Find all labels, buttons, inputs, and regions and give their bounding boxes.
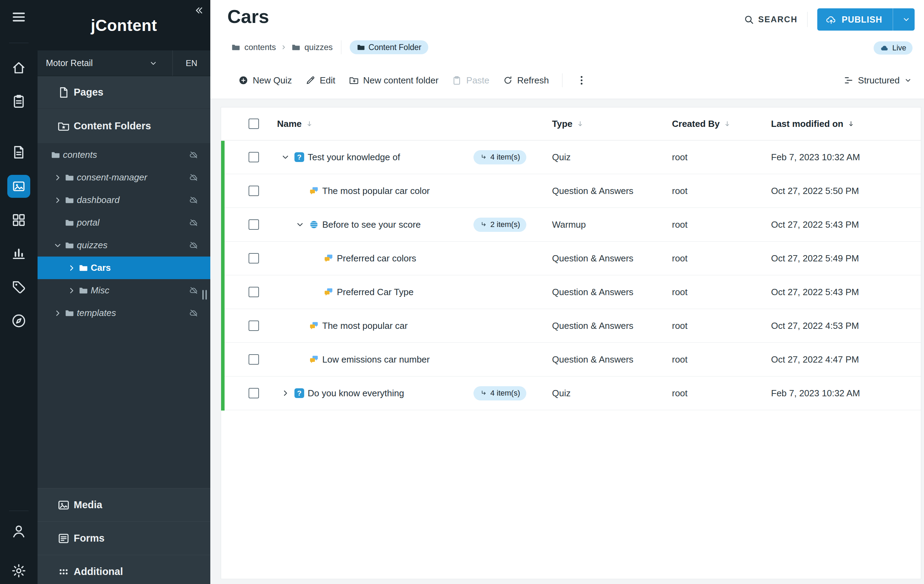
chevron-right-icon[interactable] bbox=[67, 263, 76, 273]
language-selector[interactable]: EN bbox=[172, 50, 210, 76]
more-actions-button[interactable] bbox=[576, 74, 587, 86]
table-row[interactable]: Low emissions car numberQuestion & Answe… bbox=[221, 343, 921, 376]
breadcrumb-item-contents[interactable]: contents bbox=[244, 43, 276, 52]
account-icon[interactable] bbox=[11, 523, 27, 539]
cloud-icon bbox=[880, 43, 889, 53]
column-header-last-modified[interactable]: Last modified on bbox=[771, 119, 921, 129]
table-row[interactable]: The most popular car colorQuestion & Ans… bbox=[221, 174, 921, 208]
settings-icon[interactable] bbox=[11, 563, 27, 579]
column-header-name[interactable]: Name bbox=[272, 119, 552, 129]
question-answers-icon bbox=[309, 321, 319, 331]
sort-arrow-icon bbox=[847, 120, 855, 128]
publish-button[interactable]: PUBLISH bbox=[817, 8, 915, 31]
tree-item-label: quizzes bbox=[77, 240, 107, 251]
collapse-row-icon[interactable] bbox=[280, 152, 290, 162]
header-divider bbox=[807, 12, 808, 27]
column-label: Last modified on bbox=[771, 119, 843, 129]
column-header-type[interactable]: Type bbox=[552, 119, 672, 129]
created-by-cell: root bbox=[672, 388, 771, 399]
sidebar-bottom-nav: Media Forms Additional bbox=[38, 488, 210, 584]
sidebar-item-forms[interactable]: Forms bbox=[38, 521, 210, 555]
tree-item-misc[interactable]: Misc bbox=[38, 279, 210, 302]
table-row[interactable]: Preferred Car TypeQuestion & Answersroot… bbox=[221, 276, 921, 309]
folder-icon bbox=[65, 195, 74, 205]
sidebar-item-content-folders[interactable]: Content Folders bbox=[38, 109, 210, 144]
subdirectory-arrow-icon bbox=[480, 153, 487, 161]
type-cell: Question & Answers bbox=[552, 354, 672, 365]
chevron-right-icon[interactable] bbox=[67, 286, 76, 295]
created-by-cell: root bbox=[672, 219, 771, 230]
content-name: Test your knowledge of bbox=[308, 152, 400, 163]
content-type-chip: Content Folder bbox=[350, 40, 428, 54]
search-button[interactable]: SEARCH bbox=[744, 14, 797, 25]
menu-icon[interactable] bbox=[11, 9, 27, 25]
created-by-cell: root bbox=[672, 320, 771, 331]
chevron-right-icon bbox=[280, 44, 287, 51]
sidebar-item-media[interactable]: Media bbox=[38, 488, 210, 521]
tree-item-portal[interactable]: portal bbox=[38, 211, 210, 234]
row-checkbox[interactable] bbox=[249, 287, 259, 297]
folder-icon bbox=[231, 43, 240, 52]
chevron-down-icon[interactable] bbox=[902, 15, 911, 24]
question-answers-icon bbox=[323, 287, 333, 297]
expand-row-icon[interactable] bbox=[280, 388, 290, 398]
edit-button[interactable]: Edit bbox=[305, 75, 335, 86]
page-title: Cars bbox=[227, 5, 269, 27]
breadcrumb-item-quizzes[interactable]: quizzes bbox=[305, 43, 333, 52]
tasks-icon[interactable] bbox=[11, 93, 27, 109]
type-cell: Question & Answers bbox=[552, 253, 672, 264]
row-checkbox[interactable] bbox=[249, 388, 259, 398]
row-checkbox[interactable] bbox=[249, 320, 259, 331]
reports-icon[interactable] bbox=[11, 245, 27, 261]
select-all-checkbox[interactable] bbox=[249, 119, 259, 129]
sidebar-item-additional[interactable]: Additional bbox=[38, 555, 210, 584]
home-icon[interactable] bbox=[11, 60, 27, 76]
chevron-right-icon[interactable] bbox=[53, 308, 63, 318]
table-row[interactable]: The most popular carQuestion & Answersro… bbox=[221, 309, 921, 343]
row-checkbox[interactable] bbox=[249, 152, 259, 162]
site-selector[interactable]: Motor Retail EN bbox=[38, 50, 210, 76]
collapse-row-icon[interactable] bbox=[295, 220, 305, 229]
new-quiz-button[interactable]: New Quiz bbox=[238, 75, 292, 86]
sidebar-resize-handle[interactable] bbox=[202, 290, 207, 300]
last-modified-cell: Oct 27, 2022 5:49 PM bbox=[771, 253, 921, 264]
row-checkbox[interactable] bbox=[249, 253, 259, 264]
jcontent-media-icon[interactable] bbox=[7, 175, 30, 198]
table-row[interactable]: ?Do you know everything4 item(s)Quizroot… bbox=[221, 376, 921, 410]
tree-item-cars[interactable]: Cars bbox=[38, 257, 210, 279]
table-row[interactable]: ?Test your knowledge of4 item(s)Quizroot… bbox=[221, 140, 921, 174]
warmup-icon bbox=[309, 220, 319, 229]
row-checkbox[interactable] bbox=[249, 186, 259, 196]
tree-item-quizzes[interactable]: quizzes bbox=[38, 234, 210, 257]
refresh-button[interactable]: Refresh bbox=[503, 75, 549, 86]
tree-item-templates[interactable]: templates bbox=[38, 302, 210, 324]
paste-button[interactable]: Paste bbox=[452, 75, 490, 86]
quiz-icon: ? bbox=[294, 152, 304, 162]
section-label: Content Folders bbox=[74, 120, 151, 132]
tree-item-label: dashboard bbox=[77, 195, 120, 205]
chevron-right-icon[interactable] bbox=[53, 195, 63, 205]
explore-icon[interactable] bbox=[11, 313, 27, 329]
button-label: Refresh bbox=[517, 75, 549, 86]
chevron-right-icon[interactable] bbox=[53, 173, 63, 183]
chevron-down-icon[interactable] bbox=[53, 241, 63, 250]
subdirectory-arrow-icon bbox=[480, 389, 487, 397]
folder-special-icon bbox=[57, 120, 70, 133]
view-mode-dropdown[interactable]: Structured bbox=[843, 75, 912, 86]
categories-icon[interactable] bbox=[11, 279, 27, 295]
table-row[interactable]: Before to see your score2 item(s)Warmupr… bbox=[221, 208, 921, 242]
sidebar-item-pages[interactable]: Pages bbox=[38, 76, 210, 109]
collapse-sidebar-icon[interactable] bbox=[194, 5, 205, 16]
column-header-created-by[interactable]: Created By bbox=[672, 119, 771, 129]
catalog-icon[interactable] bbox=[11, 144, 27, 160]
tree-item-dashboard[interactable]: dashboard bbox=[38, 189, 210, 211]
chevron-down-icon bbox=[904, 76, 912, 84]
table-row[interactable]: Preferred car colorsQuestion & Answersro… bbox=[221, 242, 921, 276]
tree-item-contents[interactable]: contents bbox=[38, 144, 210, 166]
row-checkbox[interactable] bbox=[249, 219, 259, 230]
new-content-folder-button[interactable]: New content folder bbox=[349, 75, 439, 86]
dashboard-icon[interactable] bbox=[11, 212, 27, 228]
row-checkbox[interactable] bbox=[249, 354, 259, 365]
publish-label: PUBLISH bbox=[842, 15, 882, 25]
tree-item-consent-manager[interactable]: consent-manager bbox=[38, 166, 210, 189]
